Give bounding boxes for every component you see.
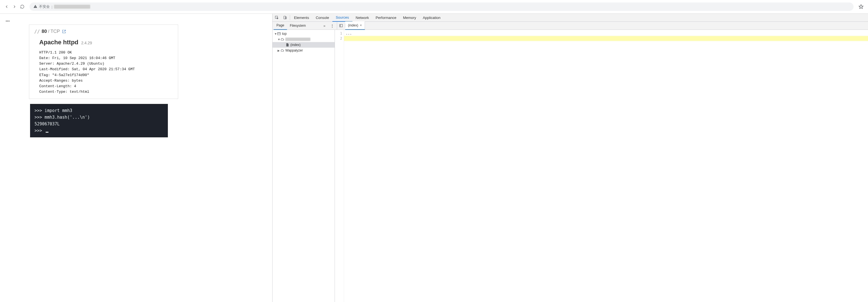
svg-rect-3: [340, 24, 343, 27]
tab-elements[interactable]: Elements: [291, 14, 312, 22]
port-card-header: // 80 / TCP: [34, 29, 173, 34]
port-slashes: //: [34, 29, 40, 34]
terminal: >>> import mmh3 >>> mmh3.hash('...\n') 5…: [30, 104, 168, 137]
tree-row-wappalyzer[interactable]: ▶ Wappalyzer: [273, 48, 335, 53]
tab-application[interactable]: Application: [420, 14, 444, 22]
browser-toolbar: 不安全 |: [0, 0, 868, 14]
tab-console[interactable]: Console: [312, 14, 332, 22]
origin-redacted: [285, 38, 310, 41]
code-lines: ...: [344, 30, 868, 302]
url-redacted: [54, 5, 90, 9]
port-sep: /: [48, 29, 49, 34]
reload-button[interactable]: [19, 3, 26, 10]
insecure-icon: [33, 4, 39, 9]
tab-performance[interactable]: Performance: [372, 14, 400, 22]
chevron-right-icon: ▶: [278, 49, 280, 52]
bookmark-button[interactable]: [857, 2, 865, 11]
svg-rect-2: [285, 17, 287, 19]
port-number: 80: [41, 29, 47, 34]
device-toggle-icon[interactable]: [281, 16, 289, 20]
port-protocol: TCP: [51, 29, 60, 34]
external-link-icon[interactable]: [62, 30, 66, 33]
insecure-label: 不安全: [39, 4, 50, 9]
tree-label-wappalyzer: Wappalyzer: [285, 49, 303, 52]
inspect-element-icon[interactable]: [273, 16, 281, 20]
code-editor[interactable]: 1 2 ...: [335, 30, 868, 302]
chevron-down-icon: ▼: [278, 38, 280, 41]
devtools-tabs: Elements Console Sources Network Perform…: [273, 14, 868, 22]
file-tab-index[interactable]: (index) ×: [345, 22, 365, 30]
forward-button[interactable]: [10, 3, 19, 10]
terminal-line: >>>: [34, 127, 163, 134]
line-number: 1: [335, 31, 342, 36]
subtab-menu-icon[interactable]: ⋮: [329, 24, 336, 28]
devtools-body: ▼ top ▼ (index) ▶ Wappalyzer: [273, 30, 868, 302]
tab-memory[interactable]: Memory: [400, 14, 420, 22]
file-tree: ▼ top ▼ (index) ▶ Wappalyzer: [273, 30, 335, 302]
svg-rect-4: [278, 33, 281, 35]
subtab-page[interactable]: Page: [274, 22, 287, 30]
tree-row-top[interactable]: ▼ top: [273, 31, 335, 36]
page-ellipsis: ...: [6, 17, 267, 23]
http-headers: HTTP/1.1 200 OK Date: Fri, 10 Sep 2021 1…: [34, 50, 173, 95]
service-name: Apache httpd: [39, 39, 79, 46]
tree-row-origin[interactable]: ▼: [273, 36, 335, 42]
tree-label-top: top: [282, 32, 287, 36]
cursor-icon: [45, 132, 49, 132]
cloud-icon: [280, 37, 284, 41]
devtools: Elements Console Sources Network Perform…: [272, 14, 868, 302]
file-tab-label: (index): [348, 23, 358, 27]
terminal-line: >>> import mmh3: [34, 107, 163, 114]
subtab-overflow-icon[interactable]: »: [321, 24, 328, 28]
tab-network[interactable]: Network: [352, 14, 372, 22]
subtab-filesystem[interactable]: Filesystem: [287, 22, 308, 30]
cloud-icon: [280, 49, 284, 52]
service-version: 2.4.29: [81, 41, 92, 45]
file-icon: [285, 43, 289, 47]
svg-rect-1: [284, 16, 286, 19]
service-title: Apache httpd 2.4.29: [34, 39, 173, 46]
close-icon[interactable]: ×: [360, 23, 362, 27]
chevron-down-icon: ▼: [274, 32, 277, 35]
toggle-navigator-icon[interactable]: [337, 24, 345, 28]
code-line-highlight: [344, 36, 868, 41]
omnibox-separator: |: [52, 5, 52, 9]
divider: [290, 15, 290, 20]
tree-row-index[interactable]: (index): [273, 42, 335, 48]
page-content: ... // 80 / TCP Apache httpd 2.4.29 HTTP…: [0, 14, 272, 302]
tree-label-index: (index): [290, 43, 301, 47]
back-button[interactable]: [3, 3, 10, 10]
address-bar[interactable]: 不安全 |: [30, 2, 854, 11]
tab-sources[interactable]: Sources: [332, 13, 352, 22]
window-icon: [277, 32, 281, 36]
devtools-subbar: Page Filesystem » ⋮ (index) ×: [273, 22, 868, 30]
terminal-line: 529067037L: [34, 121, 163, 127]
sources-sidebar-tabs: Page Filesystem » ⋮: [273, 22, 337, 30]
editor-tabbar: (index) ×: [337, 22, 868, 30]
code-line: ...: [344, 31, 868, 36]
terminal-line: >>> mmh3.hash('...\n'): [34, 114, 163, 121]
line-number: 2: [335, 36, 342, 41]
port-card: // 80 / TCP Apache httpd 2.4.29 HTTP/1.1…: [29, 25, 178, 99]
gutter: 1 2: [335, 30, 344, 302]
